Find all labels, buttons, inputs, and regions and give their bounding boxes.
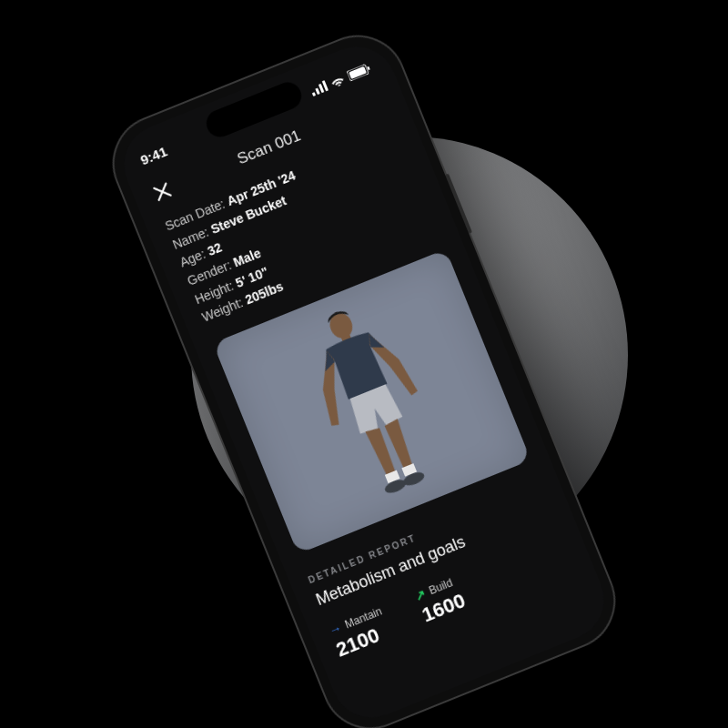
signal-icon bbox=[309, 80, 329, 96]
svg-rect-2 bbox=[318, 84, 325, 93]
close-button[interactable] bbox=[149, 178, 177, 207]
close-icon bbox=[149, 178, 176, 205]
body-scan-avatar-icon bbox=[270, 282, 473, 522]
wifi-icon bbox=[329, 73, 346, 88]
goal-maintain[interactable]: → Mantain 2100 bbox=[327, 604, 394, 662]
battery-icon bbox=[347, 63, 373, 82]
goal-build[interactable]: ↗ Build 1600 bbox=[412, 573, 469, 627]
svg-rect-1 bbox=[315, 88, 319, 96]
status-time: 9:41 bbox=[138, 143, 169, 167]
svg-rect-0 bbox=[312, 92, 316, 96]
svg-rect-5 bbox=[349, 66, 367, 79]
trend-up-arrow-icon: ↗ bbox=[412, 586, 428, 603]
